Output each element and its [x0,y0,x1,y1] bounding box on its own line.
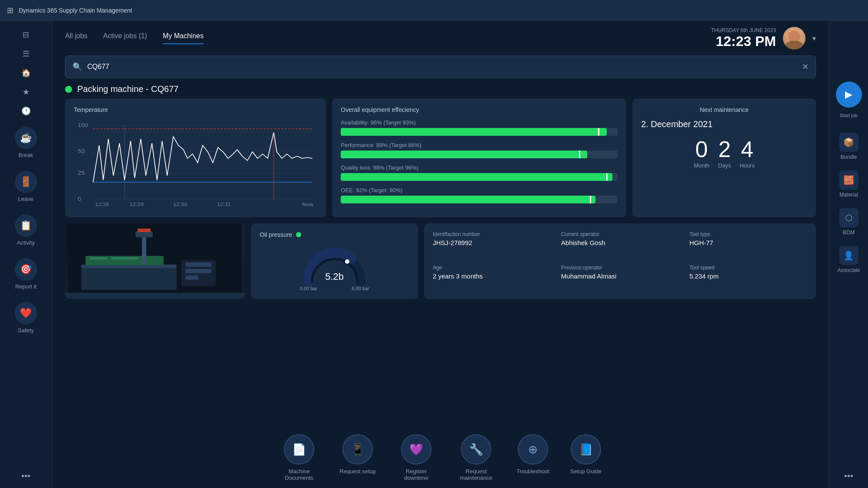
sidebar-item-activity-label: Activity [17,239,35,246]
machine-title: Packing machine - CQ677 [52,84,829,98]
svg-text:25: 25 [78,170,85,176]
svg-rect-27 [185,262,211,267]
sidebar-nav-search[interactable]: 🏠 [18,65,34,81]
sidebar-item-break-label: Break [19,152,33,158]
countdown-months: 0 Month [694,138,709,169]
sidebar-item-associate[interactable]: 👤 Associate [832,242,865,278]
right-sidebar-dots[interactable]: ••• [844,471,853,481]
info-field-5: Tool speed 5.234 rpm [689,265,807,291]
info-value-1: Abhishek Gosh [561,239,679,246]
sidebar-item-safety-label: Safety [18,327,34,334]
search-area: 🔍 ✕ [52,49,829,84]
oil-pressure-card: Oil pressure [251,223,418,299]
start-job-label: Start job [840,113,858,118]
temperature-chart: 100 50 25 0 [74,119,317,206]
action-machine-documents-label: Machine Documents [279,468,319,481]
machine-image-card [65,223,245,299]
header-area: All jobs Active jobs (1) My Machines THU… [52,21,829,49]
request-maintenance-icon: 🔧 [461,434,491,465]
associate-icon: 👤 [839,246,858,265]
date-display: THURSDAY 6th JUNE 2023 [711,27,776,33]
tab-all-jobs[interactable]: All jobs [65,32,88,44]
action-troubleshoot-label: Troubleshoot [516,468,549,475]
sidebar-item-report-label: Report it [15,283,36,290]
material-label: Material [839,192,858,198]
info-label-4: Previous operator [561,265,679,271]
info-label-5: Tool speed [689,265,807,271]
oee-label-2: Quality loss: 98% (Target 96%) [341,164,618,171]
bottom-row: Oil pressure [65,223,816,299]
svg-text:12:28: 12:28 [95,202,109,206]
request-setup-icon: 📱 [342,434,373,465]
sidebar-item-material[interactable]: 🧱 Material [832,166,865,202]
countdown-days-num: 2 [718,138,731,160]
gauge-labels: 0.00 bar 8.00 bar [300,286,369,291]
oee-title: Overall equipment effeciency [341,106,618,113]
countdown-hours-num: 4 [741,138,753,160]
waffle-icon[interactable]: ⊞ [7,6,13,15]
svg-rect-22 [112,257,138,259]
svg-rect-24 [135,231,153,237]
svg-text:50: 50 [78,148,85,154]
action-setup-guide[interactable]: 📘 Setup Guide [570,434,601,481]
countdown-hours-label: Hours [740,162,755,169]
action-request-maintenance[interactable]: 🔧 Request maintenance [457,434,496,481]
start-job-group: ▶ Start job [836,82,862,118]
search-clear-icon[interactable]: ✕ [802,62,809,72]
countdown-hours: 4 Hours [740,138,755,169]
info-field-1: Current operator Abhishek Gosh [561,231,679,258]
oee-bar-track-0 [341,128,618,136]
action-machine-documents[interactable]: 📄 Machine Documents [279,434,319,481]
start-job-button[interactable]: ▶ [836,82,862,108]
action-request-setup-label: Request setup [339,468,376,475]
sidebar-nav-pin[interactable]: ★ [18,84,34,100]
time-display: 12:23 PM [711,33,776,49]
oee-label-1: Performance: 89% (Target 86%) [341,142,618,148]
action-troubleshoot[interactable]: ⊕ Troubleshoot [516,434,549,481]
oee-bar-track-3 [341,196,618,203]
sidebar-item-report[interactable]: 🎯 Report it [7,253,46,295]
oil-header: Oil pressure [260,231,301,238]
action-register-downtime[interactable]: 💜 Register downtime [397,434,436,481]
datetime-user: THURSDAY 6th JUNE 2023 12:23 PM ▾ [711,27,816,49]
search-input[interactable] [87,63,797,71]
svg-text:12:30: 12:30 [173,202,187,206]
sidebar-item-safety[interactable]: ❤️ Safety [7,297,46,339]
user-menu-chevron[interactable]: ▾ [812,34,816,43]
sidebar-item-activity[interactable]: 📋 Activity [7,209,46,251]
maintenance-title: Next maintenance [700,106,749,113]
action-setup-guide-label: Setup Guide [570,468,601,475]
svg-text:0: 0 [78,196,81,202]
sidebar-item-bom[interactable]: ⬡ BOM [832,204,865,240]
tab-my-machines[interactable]: My Machines [163,32,204,44]
temperature-card: Temperature 100 50 25 0 [65,98,326,217]
sidebar-item-leave[interactable]: 🚪 Leave [7,165,46,207]
safety-icon: ❤️ [15,302,37,324]
oee-bar-fill-3 [341,196,595,203]
info-label-3: Age [433,265,551,271]
sidebar-item-break[interactable]: ☕ Break [7,121,46,164]
sidebar-nav-home[interactable]: ⊟ [18,27,34,43]
sidebar-nav-recent[interactable]: 🕐 [18,103,34,119]
machine-img-inner [65,223,245,293]
maintenance-date: 2. December 2021 [641,119,713,129]
action-request-setup[interactable]: 📱 Request setup [339,434,376,481]
oee-bar-fill-0 [341,128,606,136]
svg-rect-28 [185,269,211,273]
sidebar-nav-menu[interactable]: ☰ [18,46,34,62]
register-downtime-icon: 💜 [401,434,431,465]
sidebar-item-bundle[interactable]: 📦 Bundle [832,128,865,164]
svg-point-30 [345,259,349,264]
info-label-0: Identifaction number [433,231,551,237]
avatar[interactable] [783,27,806,49]
oee-label-0: Availability: 96% (Target 93%) [341,119,618,126]
leave-icon: 🚪 [15,170,37,193]
gauge-max-label: 8.00 bar [352,286,369,291]
tab-active-jobs[interactable]: Active jobs (1) [103,32,147,44]
svg-text:100: 100 [78,122,88,128]
oee-row-3: OEE: 92% (Target: 90%) [341,187,618,203]
oee-bar-target-0 [598,128,599,136]
sidebar-more-dots[interactable]: ••• [21,471,30,481]
oil-status-dot [296,232,301,237]
report-icon: 🎯 [15,258,37,281]
